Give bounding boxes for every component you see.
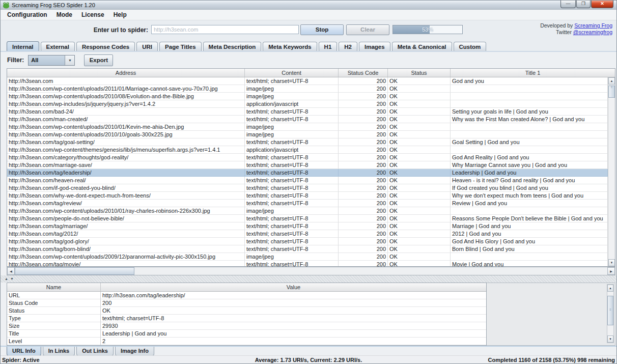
- detail-scroll-down-icon[interactable]: ▼: [607, 335, 613, 343]
- table-row[interactable]: http://h3sean.com/wp-content/uploads/201…: [7, 93, 608, 100]
- table-row[interactable]: http://h3sean.com/bad-24/text/html; char…: [7, 108, 608, 116]
- scroll-up-icon[interactable]: ▲: [608, 77, 615, 85]
- scrollbar-track[interactable]: ≡: [608, 85, 615, 259]
- table-row[interactable]: http://h3sean.com/tag/leadership/text/ht…: [7, 169, 608, 177]
- tab-h1[interactable]: H1: [319, 42, 338, 51]
- restore-icon: ❐: [581, 1, 585, 6]
- close-button[interactable]: ✕: [591, 1, 613, 8]
- vertical-scrollbar[interactable]: ▲ ≡ ▼: [608, 77, 615, 266]
- detail-row[interactable]: Staus Code200: [7, 299, 486, 307]
- hscrollbar-thumb[interactable]: [15, 267, 134, 275]
- url-info-table: Name Value URLhttp://h3sean.com/tag/lead…: [7, 283, 487, 346]
- bottom-tab-out-links[interactable]: Out Links: [76, 347, 114, 356]
- table-row[interactable]: http://h3sean.com/if-god-created-you-bli…: [7, 184, 608, 192]
- splitter-collapse-up-icon[interactable]: ▲: [5, 276, 8, 282]
- table-row[interactable]: http://h3sean.com/wp-content/uploads/201…: [7, 85, 608, 93]
- cell-address: http://h3sean.com: [7, 77, 245, 85]
- cell-title: Leadership | God and you: [451, 169, 608, 177]
- table-row[interactable]: http://h3sean.comtext/html; charset=UTF-…: [7, 77, 608, 85]
- table-row[interactable]: http://h3sean.com/marriage-save/text/htm…: [7, 161, 608, 169]
- detail-row[interactable]: TitleLeadership | God and you: [7, 330, 486, 338]
- cell-content: text/html; charset=UTF-8: [245, 261, 339, 266]
- scroll-right-icon[interactable]: ▶: [607, 267, 615, 275]
- detail-column-value[interactable]: Value: [101, 283, 486, 291]
- scrollbar-thumb[interactable]: ≡: [608, 86, 615, 98]
- column-header-title1[interactable]: Title 1: [451, 69, 615, 77]
- detail-name: Staus Code: [7, 299, 101, 307]
- detail-row[interactable]: Typetext/html; charset=UTF-8: [7, 315, 486, 322]
- menu-mode[interactable]: Mode: [52, 10, 77, 19]
- detail-scroll-up-icon[interactable]: ▲: [607, 285, 613, 292]
- detail-row[interactable]: StatusOK: [7, 307, 486, 315]
- twitter-link[interactable]: @screamingfrog: [573, 29, 612, 35]
- filter-selected-value: All: [29, 55, 65, 65]
- minimize-button[interactable]: —: [560, 1, 576, 8]
- clear-button[interactable]: Clear: [346, 24, 389, 35]
- menu-configuration[interactable]: Configuration: [3, 10, 52, 19]
- tab-meta-canonical[interactable]: Meta & Canonical: [392, 42, 452, 51]
- tab-images[interactable]: Images: [359, 42, 390, 51]
- detail-column-name[interactable]: Name: [7, 283, 101, 291]
- cell-title: [451, 93, 608, 100]
- splitter-collapse-down-icon[interactable]: ▼: [10, 276, 14, 282]
- export-button[interactable]: Export: [84, 54, 113, 66]
- tab-custom[interactable]: Custom: [454, 42, 487, 51]
- menu-license[interactable]: License: [77, 10, 109, 19]
- tab-internal[interactable]: Internal: [7, 41, 39, 51]
- bottom-tab-in-links[interactable]: In Links: [43, 347, 75, 356]
- scroll-down-icon[interactable]: ▼: [608, 259, 615, 266]
- detail-scrollbar-thumb[interactable]: ≡: [607, 296, 613, 325]
- cell-title: Goal Setting | God and you: [451, 138, 608, 146]
- table-row[interactable]: http://h3sean.com/why-we-dont-expect-muc…: [7, 192, 608, 200]
- cell-status: OK: [388, 169, 451, 177]
- column-header-address[interactable]: Address: [7, 69, 245, 77]
- table-row[interactable]: http://h3sean.com/heaven-real/text/html;…: [7, 177, 608, 184]
- table-row[interactable]: http://h3sean.com/tag/god-glory/text/htm…: [7, 238, 608, 245]
- table-row[interactable]: http://h3sean.com/tag/born-blind/text/ht…: [7, 245, 608, 253]
- table-row[interactable]: http://h3sean.com/wp-includes/js/jquery/…: [7, 100, 608, 108]
- table-row[interactable]: http://h3sean.com/wp-content/uploads/201…: [7, 123, 608, 131]
- detail-row[interactable]: Level2: [7, 338, 486, 345]
- table-row[interactable]: http://h3sean.com/tag/goal-setting/text/…: [7, 138, 608, 146]
- bottom-tab-image-info[interactable]: Image Info: [115, 347, 154, 356]
- filter-dropdown[interactable]: All ▼: [28, 55, 75, 66]
- tab-meta-keywords[interactable]: Meta Keywords: [263, 42, 317, 51]
- detail-vertical-scrollbar[interactable]: ▲ ≡ ▼: [607, 284, 614, 343]
- screamingfrog-link[interactable]: Screaming Frog: [574, 22, 612, 29]
- url-input[interactable]: [151, 25, 299, 34]
- detail-row[interactable]: Size29930: [7, 322, 486, 330]
- table-body: http://h3sean.comtext/html; charset=UTF-…: [7, 77, 608, 266]
- column-header-status[interactable]: Status: [388, 69, 451, 77]
- table-row[interactable]: http://h3sean.com/tag/2012/text/html; ch…: [7, 230, 608, 238]
- table-row[interactable]: http://h3sean.com/wp-content/uploads/200…: [7, 253, 608, 261]
- restore-button[interactable]: ❐: [576, 1, 591, 8]
- scroll-left-icon[interactable]: ◀: [7, 267, 15, 275]
- tab-page-titles[interactable]: Page Titles: [159, 42, 202, 51]
- column-header-status-code[interactable]: Status Code: [339, 69, 388, 77]
- horizontal-scrollbar[interactable]: ◀ ▶: [7, 267, 615, 275]
- tab-h2[interactable]: H2: [339, 42, 357, 51]
- table-row[interactable]: http://h3sean.com/tag/marriage/text/html…: [7, 222, 608, 230]
- table-row[interactable]: http://h3sean.com/wp-content/themes/gene…: [7, 146, 608, 154]
- detail-scrollbar-track[interactable]: ≡: [607, 292, 613, 335]
- table-row[interactable]: http://h3sean.com/tag/movie/text/html; c…: [7, 261, 608, 266]
- menu-help[interactable]: Help: [109, 10, 131, 19]
- tab-response-codes[interactable]: Response Codes: [76, 42, 135, 51]
- detail-value: text/html; charset=UTF-8: [101, 315, 486, 322]
- stop-button[interactable]: Stop: [300, 24, 344, 35]
- table-row[interactable]: http://h3sean.com/category/thoughts/god-…: [7, 154, 608, 161]
- tab-uri[interactable]: URI: [136, 42, 158, 51]
- cell-content: text/html; charset=UTF-8: [245, 245, 339, 253]
- table-row[interactable]: http://h3sean.com/wp-content/uploads/201…: [7, 207, 608, 215]
- table-row[interactable]: http://h3sean.com/tag/review/text/html; …: [7, 200, 608, 207]
- table-row[interactable]: http://h3sean.com/people-do-not-believe-…: [7, 215, 608, 222]
- detail-row[interactable]: URLhttp://h3sean.com/tag/leadership/: [7, 292, 486, 299]
- table-row[interactable]: http://h3sean.com/wp-content/uploads/201…: [7, 131, 608, 138]
- tab-external[interactable]: External: [41, 42, 75, 51]
- split-pane-divider[interactable]: ▲ ▼: [1, 275, 616, 283]
- hscrollbar-track[interactable]: [15, 267, 607, 275]
- tab-meta-description[interactable]: Meta Description: [203, 42, 262, 51]
- bottom-tab-url-info[interactable]: URL Info: [7, 347, 41, 356]
- column-header-content[interactable]: Content: [245, 69, 339, 77]
- table-row[interactable]: http://h3sean.com/man-created/text/html;…: [7, 116, 608, 123]
